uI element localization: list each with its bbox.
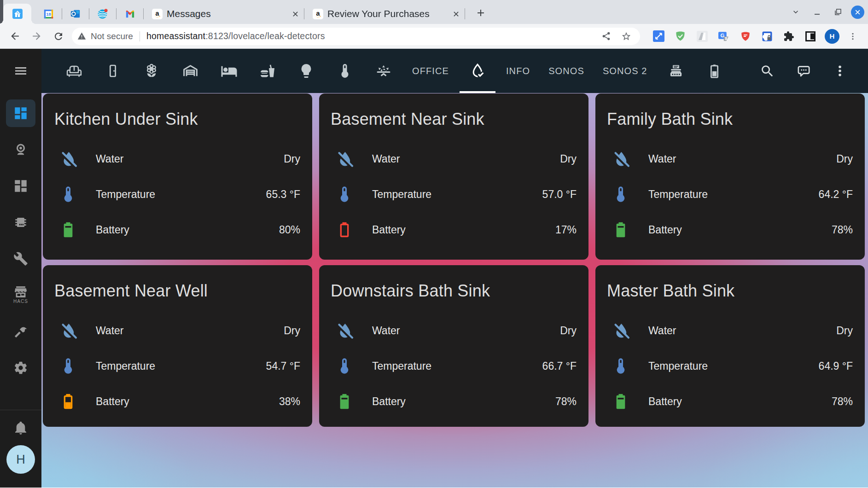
extension-translate-button[interactable]: G [713, 26, 734, 47]
sidebar-item-developer-tools[interactable] [6, 313, 35, 349]
tab-messages[interactable]: a Messages [144, 4, 304, 24]
entity-row-temperature[interactable]: Temperature 66.7 °F [319, 349, 588, 384]
maximize-button[interactable] [830, 0, 846, 24]
extensions-menu-button[interactable] [778, 26, 799, 47]
entity-row-temperature[interactable]: Temperature 57.0 °F [319, 177, 588, 212]
tab-batteries[interactable] [695, 49, 734, 93]
entity-label: Battery [372, 224, 555, 236]
minimize-button[interactable] [809, 0, 825, 24]
card-title: Master Bath Sink [607, 281, 852, 301]
security-chip[interactable]: Not secure [77, 31, 133, 41]
omnibox-divider [140, 31, 140, 41]
tab-home-assistant[interactable] [3, 4, 31, 24]
tab-entry[interactable] [93, 49, 132, 93]
sidebar-item-supervisor[interactable] [6, 240, 35, 277]
tab-search-chevron-button[interactable] [787, 0, 804, 24]
sidebar-item-settings[interactable] [6, 349, 35, 386]
user-avatar[interactable]: H [6, 445, 35, 474]
address-bar[interactable]: Not secure homeassistant:8123/lovelace/l… [72, 28, 640, 45]
sidebar-item-dashboard-2[interactable] [6, 168, 35, 204]
tab-lights[interactable] [287, 49, 326, 93]
tab-printer[interactable] [657, 49, 695, 93]
entity-row-water[interactable]: Water Dry [595, 313, 865, 349]
close-window-button[interactable] [851, 6, 864, 19]
tab-bedroom[interactable] [210, 49, 248, 93]
tab-sonos-2[interactable]: SONOS 2 [594, 49, 657, 93]
extension-redshield-button[interactable] [734, 26, 756, 47]
assist-button[interactable] [792, 49, 815, 93]
ha-main: OFFICE INFO SONOS SONOS 2 Kitchen Under … [41, 49, 868, 488]
card-title: Family Bath Sink [607, 109, 852, 129]
tab-garden[interactable] [132, 49, 171, 93]
sidebar-item-devices[interactable] [6, 204, 35, 240]
tab-climate[interactable] [326, 49, 364, 93]
sidebar-item-dashboard[interactable] [6, 95, 35, 131]
extension-fullscreen-button[interactable] [648, 26, 670, 47]
tab-outlook[interactable] [62, 4, 89, 24]
reload-button[interactable] [47, 26, 69, 47]
card-title: Basement Near Well [54, 281, 299, 301]
entity-row-temperature[interactable]: Temperature 54.7 °F [43, 349, 312, 384]
search-button[interactable] [756, 49, 779, 93]
reload-icon [53, 31, 64, 42]
tab-info[interactable]: INFO [497, 49, 539, 93]
entity-row-temperature[interactable]: Temperature 64.2 °F [595, 177, 865, 212]
share-button[interactable] [596, 28, 616, 45]
hacs-label: HACS [13, 299, 28, 304]
tab-kitchen[interactable] [248, 49, 287, 93]
tab-sonos[interactable]: SONOS [539, 49, 594, 93]
browser-profile-avatar[interactable]: H [825, 29, 839, 44]
entity-row-battery[interactable]: Battery 78% [595, 384, 865, 419]
tab-living-room[interactable] [55, 49, 93, 93]
entity-row-battery[interactable]: Battery 38% [43, 384, 312, 419]
thermometer-icon [337, 63, 353, 79]
tab-close-button[interactable] [291, 10, 299, 18]
chevron-down-icon [791, 7, 800, 17]
battery-icon [706, 63, 722, 79]
new-tab-button[interactable] [472, 4, 490, 22]
share-icon [601, 31, 611, 41]
tab-gmail[interactable] [117, 4, 143, 24]
entity-row-water[interactable]: Water Dry [595, 141, 865, 177]
battery-icon [612, 392, 630, 411]
extension-lock-button[interactable] [756, 26, 778, 47]
sidebar-item-cameras[interactable] [6, 131, 35, 168]
tab-review-purchases[interactable]: a Review Your Purchases [304, 4, 465, 24]
sidebar-item-hacs[interactable]: HACS [6, 277, 35, 313]
forward-button[interactable] [26, 26, 47, 47]
tab-office[interactable]: OFFICE [403, 49, 458, 93]
entity-row-water[interactable]: Water Dry [43, 141, 312, 177]
darkreader-icon [805, 31, 816, 42]
extension-adguard-button[interactable] [670, 26, 691, 47]
url-text[interactable]: homeassistant:8123/lovelace/leak-detecto… [146, 31, 596, 41]
entity-row-battery[interactable]: Battery 78% [595, 212, 865, 248]
entity-row-battery[interactable]: Battery 78% [319, 384, 588, 419]
entity-value: 80% [279, 224, 300, 236]
tab-garage[interactable] [171, 49, 210, 93]
entity-row-water[interactable]: Water Dry [319, 313, 588, 349]
sofa-icon [65, 62, 83, 80]
tab-google-calendar[interactable]: 18 [35, 4, 62, 24]
browser-menu-button[interactable] [844, 26, 862, 47]
sidebar-menu-button[interactable] [10, 60, 32, 82]
svg-text:a: a [156, 9, 160, 17]
entity-row-temperature[interactable]: Temperature 64.9 °F [595, 349, 865, 384]
back-button[interactable] [4, 26, 26, 47]
tab-close-button[interactable] [452, 10, 460, 18]
extension-darkreader-button[interactable] [799, 26, 821, 47]
entity-row-temperature[interactable]: Temperature 65.3 °F [43, 177, 312, 212]
garage-icon [182, 63, 199, 80]
entity-row-water[interactable]: Water Dry [43, 313, 312, 349]
overflow-menu-button[interactable] [828, 49, 851, 93]
entity-row-battery[interactable]: Battery 17% [319, 212, 588, 248]
tab-outdoor[interactable] [364, 49, 403, 93]
tab-leak-detectors[interactable] [458, 49, 497, 93]
card-downstairs-bath-sink: Downstairs Bath Sink Water Dry Temperatu… [319, 265, 588, 427]
tab-att[interactable] [89, 4, 116, 24]
notifications-button[interactable] [10, 417, 32, 439]
entity-row-battery[interactable]: Battery 80% [43, 212, 312, 248]
tab-title: Messages [167, 8, 287, 19]
bookmark-button[interactable] [616, 28, 636, 45]
extension-gray-button[interactable] [691, 26, 713, 47]
entity-row-water[interactable]: Water Dry [319, 141, 588, 177]
